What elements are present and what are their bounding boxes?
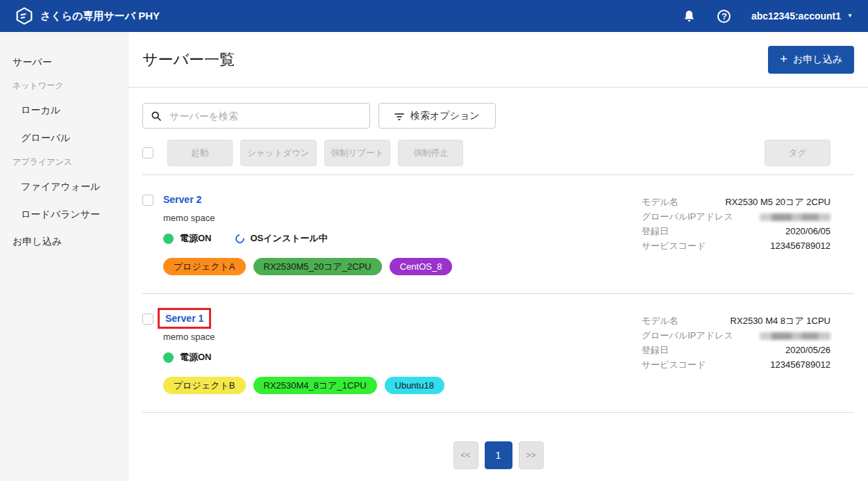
sidebar-item[interactable]: ファイアウォール	[0, 172, 128, 200]
plus-icon: +	[780, 52, 787, 65]
server-select-checkbox[interactable]	[142, 195, 153, 206]
search-input[interactable]	[168, 110, 362, 122]
power-status: 電源ON	[163, 232, 212, 245]
server-status-row: 電源ON	[163, 351, 642, 364]
help-glyph: ?	[717, 10, 731, 23]
order-button[interactable]: + お申し込み	[768, 46, 854, 74]
pagination-current-page[interactable]: 1	[485, 441, 512, 469]
sidebar-item[interactable]: グローバル	[0, 124, 128, 152]
notifications-bell-icon[interactable]	[682, 8, 697, 24]
sidebar-section-label: ネットワーク	[0, 75, 128, 96]
redacted-ip-value	[760, 332, 831, 340]
server-name-wrap: Server 2	[163, 193, 201, 206]
sidebar-item[interactable]: お申し込み	[0, 228, 128, 254]
sidebar-item[interactable]: サーバー	[0, 49, 128, 75]
bulk-action-button[interactable]: シャットダウン	[240, 140, 317, 166]
bulk-action-buttons: 起動シャットダウン強制リブート強制停止	[167, 140, 463, 166]
server-tag[interactable]: RX2530M5_20コア_2CPU	[253, 258, 382, 275]
server-detail-row: グローバルIPアドレス	[642, 328, 831, 343]
server-summary: Server 1 memo space 電源ON プロジェクトBRX2530M4…	[163, 312, 642, 394]
server-detail-row: モデル名RX2530 M5 20コア 2CPU	[642, 195, 831, 209]
pagination-prev-button[interactable]: <<	[453, 441, 478, 469]
app-header: さくらの専用サーバ PHY ? abc12345:account1 ▼	[0, 0, 868, 32]
server-tag[interactable]: プロジェクトA	[163, 258, 246, 275]
server-tag[interactable]: プロジェクトB	[163, 377, 246, 394]
server-row: Server 2 memo space 電源ON OSインストール中 プロジェク…	[142, 174, 854, 293]
search-icon	[151, 111, 162, 122]
server-memo: memo space	[163, 213, 642, 223]
brand-home-link[interactable]: さくらの専用サーバ PHY	[15, 7, 160, 25]
pagination: << 1 >>	[142, 441, 854, 469]
detail-label: グローバルIPアドレス	[642, 328, 733, 343]
sidebar-nav: サーバーネットワークローカルグローバルアプライアンスファイアウォールロードバラン…	[0, 49, 128, 254]
power-status: 電源ON	[163, 351, 212, 364]
server-list: Server 2 memo space 電源ON OSインストール中 プロジェク…	[142, 174, 854, 413]
server-detail-row: グローバルIPアドレス	[642, 209, 831, 224]
server-tag[interactable]: CentOS_8	[390, 258, 453, 275]
bulk-action-button[interactable]: 強制停止	[398, 140, 463, 166]
server-status-row: 電源ON OSインストール中	[163, 232, 642, 245]
detail-value: RX2530 M5 20コア 2CPU	[725, 195, 831, 209]
bulk-action-button[interactable]: 起動	[167, 140, 233, 166]
detail-value: 123456789012	[770, 357, 831, 372]
filter-icon	[394, 111, 404, 121]
server-tags: プロジェクトBRX2530M4_8コア_1CPUUbuntu18	[163, 377, 642, 394]
bulk-action-button[interactable]: 強制リブート	[324, 140, 391, 166]
highlight-annotation-box: Server 1	[158, 308, 211, 329]
os-install-status: OSインストール中	[235, 232, 328, 245]
server-detail-row: サービスコード123456789012	[642, 357, 831, 372]
power-status-label: 電源ON	[180, 351, 212, 364]
power-on-dot-icon	[163, 234, 174, 244]
search-options-label: 検索オプション	[410, 110, 480, 122]
detail-label: サービスコード	[642, 238, 706, 253]
server-name-link[interactable]: Server 1	[165, 313, 203, 324]
detail-value	[760, 328, 831, 343]
brand-title: さくらの専用サーバ PHY	[40, 10, 160, 23]
server-tag[interactable]: RX2530M4_8コア_1CPU	[253, 377, 377, 394]
order-button-label: お申し込み	[793, 54, 842, 66]
server-details: モデル名RX2530 M5 20コア 2CPUグローバルIPアドレス登録日202…	[642, 193, 831, 253]
detail-label: グローバルIPアドレス	[642, 209, 733, 224]
main-content: サーバー一覧 + お申し込み 検索オプション 起動シャットダウン強制リブート強制…	[128, 32, 868, 469]
help-icon[interactable]: ?	[717, 8, 732, 24]
pagination-next-button[interactable]: >>	[519, 441, 544, 469]
server-summary: Server 2 memo space 電源ON OSインストール中 プロジェク…	[163, 193, 642, 275]
hexagon-logo-icon	[15, 7, 33, 25]
os-install-status-label: OSインストール中	[251, 232, 328, 245]
server-select-checkbox[interactable]	[142, 313, 153, 325]
power-status-label: 電源ON	[180, 232, 212, 245]
sidebar: サーバーネットワークローカルグローバルアプライアンスファイアウォールロードバラン…	[0, 32, 128, 481]
detail-label: モデル名	[642, 195, 678, 209]
server-detail-row: 登録日2020/06/05	[642, 224, 831, 238]
redacted-ip-value	[760, 213, 831, 221]
divider	[128, 87, 868, 88]
sidebar-item[interactable]: ローカル	[0, 96, 128, 124]
detail-value: 2020/05/26	[785, 343, 831, 357]
sidebar-section-label: アプライアンス	[0, 152, 128, 172]
server-detail-row: モデル名RX2530 M4 8コア 1CPU	[642, 313, 831, 328]
select-all-checkbox[interactable]	[142, 147, 153, 158]
server-tag[interactable]: Ubuntu18	[385, 377, 444, 394]
server-detail-row: サービスコード123456789012	[642, 238, 831, 253]
sidebar-item[interactable]: ロードバランサー	[0, 200, 128, 228]
power-on-dot-icon	[163, 352, 174, 363]
detail-label: 登録日	[642, 343, 669, 357]
server-name-link[interactable]: Server 2	[163, 194, 201, 205]
detail-label: 登録日	[642, 224, 669, 238]
server-tags: プロジェクトARX2530M5_20コア_2CPUCentOS_8	[163, 258, 642, 275]
account-menu[interactable]: abc12345:account1 ▼	[751, 10, 853, 22]
detail-value: 123456789012	[770, 238, 831, 253]
server-memo: memo space	[163, 332, 642, 342]
page-title: サーバー一覧	[142, 49, 235, 70]
detail-value: 2020/06/05	[785, 224, 831, 238]
server-detail-row: 登録日2020/05/26	[642, 343, 831, 357]
search-options-button[interactable]: 検索オプション	[378, 103, 496, 129]
detail-label: サービスコード	[642, 357, 706, 372]
account-name: abc12345:account1	[751, 10, 841, 22]
spinner-icon	[233, 232, 246, 245]
tag-button[interactable]: タグ	[765, 140, 831, 166]
detail-value: RX2530 M4 8コア 1CPU	[731, 313, 831, 328]
server-details: モデル名RX2530 M4 8コア 1CPUグローバルIPアドレス登録日2020…	[642, 312, 831, 372]
search-box	[142, 103, 370, 129]
detail-label: モデル名	[642, 313, 678, 328]
